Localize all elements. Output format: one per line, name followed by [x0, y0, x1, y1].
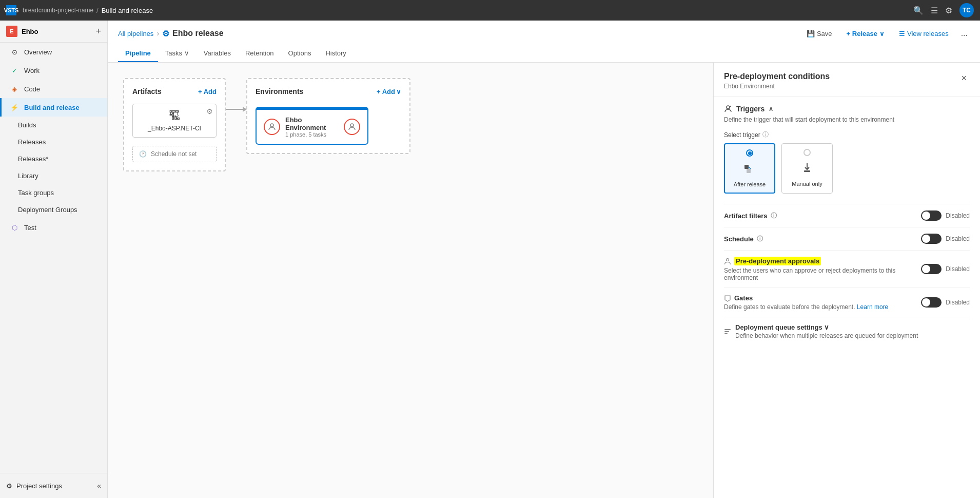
pre-deployment-panel: Pre-deployment conditions Ehbo Environme…: [713, 63, 980, 498]
svg-rect-6: [804, 170, 810, 172]
release-button[interactable]: + Release ∨: [842, 28, 889, 40]
artifact-card: ⚙ 🏗 _Ehbo-ASP.NET-CI: [132, 104, 217, 138]
schedule-icon: 🕐: [139, 150, 147, 158]
env-post-approval-icon[interactable]: [344, 119, 360, 135]
pre-deploy-desc: Select the users who can approve or reje…: [724, 267, 921, 281]
topbar-page-crumb: Build and release: [102, 7, 153, 14]
triggers-icon: [724, 105, 732, 113]
after-release-icon: [742, 161, 757, 178]
trigger-radio-manual: [803, 149, 811, 156]
sidebar-item-work[interactable]: ✓ Work: [0, 61, 107, 80]
artifact-filters-toggle-area: Disabled: [921, 210, 970, 221]
save-icon: 💾: [807, 30, 815, 37]
triggers-section-title[interactable]: Triggers ∧: [724, 105, 970, 113]
tab-retention[interactable]: Retention: [238, 45, 281, 62]
schedule-info-icon[interactable]: ⓘ: [757, 235, 763, 243]
sidebar-item-task-groups[interactable]: Task groups: [0, 184, 107, 201]
collapse-sidebar-icon[interactable]: «: [97, 482, 101, 490]
sidebar-item-build-and-release[interactable]: ⚡ Build and release: [0, 98, 107, 117]
sidebar-item-test[interactable]: ⬡ Test: [0, 218, 107, 237]
tab-options[interactable]: Options: [281, 45, 319, 62]
tab-variables[interactable]: Variables: [197, 45, 238, 62]
menu-icon[interactable]: ☰: [931, 6, 938, 15]
sidebar-footer[interactable]: ⚙ Project settings «: [0, 477, 107, 494]
triggers-section: Triggers ∧ Define the trigger that will …: [724, 105, 970, 194]
svg-point-0: [270, 124, 273, 127]
pre-deploy-toggle[interactable]: [921, 264, 942, 274]
sidebar: E Ehbo + ⊙ Overview ✓ Work ◈ Code ⚡ Buil…: [0, 21, 108, 498]
sidebar-item-library[interactable]: Library: [0, 167, 107, 184]
pipeline-canvas: Artifacts + Add ⚙ 🏗 _Ehbo-ASP.NET-CI 🕐 S…: [108, 63, 713, 498]
settings-icon[interactable]: ⚙: [945, 6, 952, 15]
more-options-button[interactable]: ...: [959, 27, 970, 40]
artifact-type-icon: 🏗: [138, 109, 211, 123]
after-release-label: After release: [734, 181, 766, 187]
tab-tasks[interactable]: Tasks ∨: [158, 45, 197, 62]
gates-learn-more-link[interactable]: Learn more: [857, 303, 888, 311]
sidebar-item-releases[interactable]: Releases: [0, 133, 107, 150]
content-header: All pipelines › ⚙ Ehbo release 💾 Save + …: [108, 21, 980, 63]
gates-toggle-area: Disabled: [921, 297, 970, 308]
page-title: Ehbo release: [172, 29, 224, 38]
trigger-options: After release: [724, 143, 970, 194]
sidebar-item-builds[interactable]: Builds: [0, 117, 107, 133]
pre-deploy-icon: [724, 258, 731, 265]
view-releases-button[interactable]: ☰ View releases: [895, 28, 953, 40]
trigger-manual-only[interactable]: Manual only: [781, 143, 833, 194]
env-name: Ehbo Environment: [285, 116, 339, 131]
select-trigger-info-icon[interactable]: ⓘ: [762, 130, 769, 139]
main-content: All pipelines › ⚙ Ehbo release 💾 Save + …: [108, 21, 980, 498]
save-button[interactable]: 💾 Save: [802, 28, 836, 40]
project-settings-link[interactable]: ⚙ Project settings: [6, 482, 62, 490]
schedule-toggle[interactable]: [921, 234, 942, 244]
tab-pipeline[interactable]: Pipeline: [118, 45, 158, 62]
overview-icon: ⊙: [10, 47, 19, 56]
settings-gear-icon: ⚙: [6, 482, 12, 490]
tabs-row: Pipeline Tasks ∨ Variables Retention Opt…: [118, 45, 970, 62]
add-project-button[interactable]: +: [95, 26, 101, 37]
sidebar-item-overview[interactable]: ⊙ Overview: [0, 43, 107, 61]
add-artifact-button[interactable]: + Add: [198, 88, 217, 95]
schedule-row: Schedule ⓘ Disabled: [724, 227, 970, 250]
panel-header-text: Pre-deployment conditions Ehbo Environme…: [724, 72, 830, 90]
topbar-project-crumb: breadcrumb-project-name: [23, 7, 93, 14]
deploy-queue-text: Deployment queue settings ∨ Define behav…: [735, 323, 918, 339]
schedule-label: Schedule ⓘ: [724, 235, 921, 243]
pipeline-arrow: [226, 78, 246, 110]
user-avatar[interactable]: TC: [959, 3, 974, 17]
sidebar-item-releases-star[interactable]: Releases*: [0, 150, 107, 167]
environment-card[interactable]: Ehbo Environment 1 phase, 5 tasks: [256, 107, 368, 145]
sidebar-item-code[interactable]: ◈ Code: [0, 80, 107, 98]
gates-desc: Define gates to evaluate before the depl…: [724, 303, 921, 311]
artifact-filters-info-icon[interactable]: ⓘ: [771, 212, 777, 220]
search-icon[interactable]: 🔍: [913, 6, 924, 15]
header-top-row: All pipelines › ⚙ Ehbo release 💾 Save + …: [118, 27, 970, 40]
trigger-after-release[interactable]: After release: [724, 143, 775, 194]
topbar-breadcrumb: breadcrumb-project-name / Build and rele…: [23, 7, 907, 14]
gates-toggle[interactable]: [921, 297, 942, 308]
add-environment-button[interactable]: + Add ∨: [377, 88, 401, 95]
tab-history[interactable]: History: [318, 45, 353, 62]
env-pre-approval-icon[interactable]: [264, 119, 280, 135]
gates-label: Gates: [724, 294, 921, 302]
panel-close-button[interactable]: ×: [958, 72, 970, 85]
all-pipelines-link[interactable]: All pipelines: [118, 30, 153, 37]
deploy-queue-row[interactable]: Deployment queue settings ∨ Define behav…: [724, 317, 970, 346]
artifact-filters-toggle[interactable]: [921, 210, 942, 221]
artifact-settings-icon[interactable]: ⚙: [206, 107, 213, 116]
env-sub: 1 phase, 5 tasks: [285, 131, 339, 138]
panel-header: Pre-deployment conditions Ehbo Environme…: [714, 63, 980, 97]
gates-row: Gates Define gates to evaluate before th…: [724, 288, 970, 317]
sidebar-item-deployment-groups[interactable]: Deployment Groups: [0, 201, 107, 218]
topbar: VSTS breadcrumb-project-name / Build and…: [0, 0, 980, 21]
svg-point-1: [350, 124, 354, 127]
breadcrumb-separator: ›: [156, 29, 159, 37]
add-env-chevron-icon: ∨: [396, 88, 401, 95]
deploy-queue-icon: [724, 328, 731, 335]
artifact-filters-label: Artifact filters ⓘ: [724, 212, 921, 220]
manual-only-icon: [800, 160, 814, 178]
manual-only-label: Manual only: [792, 181, 822, 187]
artifacts-title: Artifacts: [132, 87, 162, 95]
trigger-radio-after: [746, 149, 753, 157]
pre-deploy-approvals-row: Pre-deployment approvals Select the user…: [724, 250, 970, 288]
